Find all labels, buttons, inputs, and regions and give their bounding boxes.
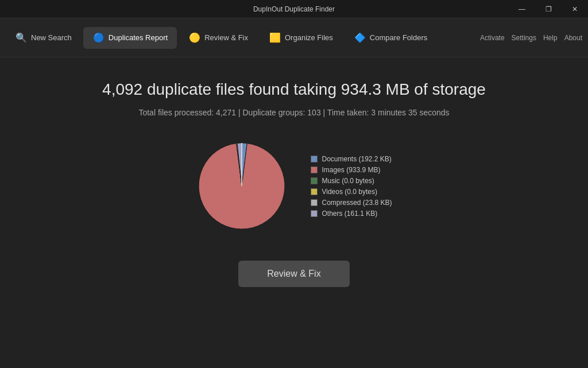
subline: Total files processed: 4,271 | Duplicate… [138,108,449,117]
review-fix-label: Review & Fix [204,33,248,42]
legend-label: Compressed (23.8 KB) [322,199,392,207]
legend: Documents (192.2 KB)Images (933.9 MB)Mus… [311,155,392,218]
legend-color-swatch [311,210,318,217]
review-fix-button[interactable]: Review & Fix [238,261,349,287]
legend-label: Others (161.1 KB) [322,210,377,218]
nav-tab-new-search[interactable]: 🔍New Search [6,27,81,49]
nav-link-settings[interactable]: Settings [512,34,536,42]
legend-color-swatch [311,156,318,162]
legend-label: Documents (192.2 KB) [322,155,391,163]
review-fix-icon: 🟡 [188,32,201,44]
nav-tab-duplicates-report[interactable]: 🔵Duplicates Report [83,27,177,49]
duplicates-report-label: Duplicates Report [109,33,168,42]
legend-item: Images (933.9 MB) [311,166,392,174]
legend-item: Compressed (23.8 KB) [311,199,392,207]
organize-files-icon: 🟨 [269,32,281,44]
minimize-button[interactable]: — [509,0,535,18]
nav-link-about[interactable]: About [564,34,582,42]
pie-chart [196,140,288,232]
compare-folders-label: Compare Folders [370,33,427,42]
legend-item: Videos (0.0 bytes) [311,188,392,196]
legend-item: Documents (192.2 KB) [311,155,392,163]
legend-item: Music (0.0 bytes) [311,177,392,185]
nav-tab-compare-folders[interactable]: 🔷Compare Folders [345,27,436,49]
close-button[interactable]: ✕ [562,0,588,18]
nav-tab-organize-files[interactable]: 🟨Organize Files [260,27,342,49]
nav-tabs: 🔍New Search🔵Duplicates Report🟡Review & F… [6,27,480,49]
main-content: 4,092 duplicate files found taking 934.3… [0,57,588,368]
new-search-label: New Search [31,33,72,42]
nav-right-links: ActivateSettingsHelpAbout [480,34,582,42]
legend-color-swatch [311,199,318,206]
window-controls[interactable]: — ❐ ✕ [509,0,588,18]
app-title: DupInOut Duplicate Finder [253,5,335,13]
organize-files-label: Organize Files [285,33,333,42]
title-bar: DupInOut Duplicate Finder — ❐ ✕ [0,0,588,18]
legend-color-swatch [311,188,318,195]
nav-link-help[interactable]: Help [543,34,558,42]
nav-tab-review-fix[interactable]: 🟡Review & Fix [179,27,257,49]
duplicates-report-icon: 🔵 [92,32,105,44]
compare-folders-icon: 🔷 [354,32,366,44]
headline: 4,092 duplicate files found taking 934.3… [102,80,486,99]
new-search-icon: 🔍 [15,32,28,44]
legend-color-swatch [311,166,318,173]
legend-item: Others (161.1 KB) [311,210,392,218]
legend-color-swatch [311,177,318,184]
nav-bar: 🔍New Search🔵Duplicates Report🟡Review & F… [0,18,588,57]
nav-link-activate[interactable]: Activate [480,34,505,42]
legend-label: Images (933.9 MB) [322,166,380,174]
maximize-button[interactable]: ❐ [535,0,562,18]
legend-label: Videos (0.0 bytes) [322,188,377,196]
legend-label: Music (0.0 bytes) [322,177,374,185]
chart-area: Documents (192.2 KB)Images (933.9 MB)Mus… [196,140,392,232]
